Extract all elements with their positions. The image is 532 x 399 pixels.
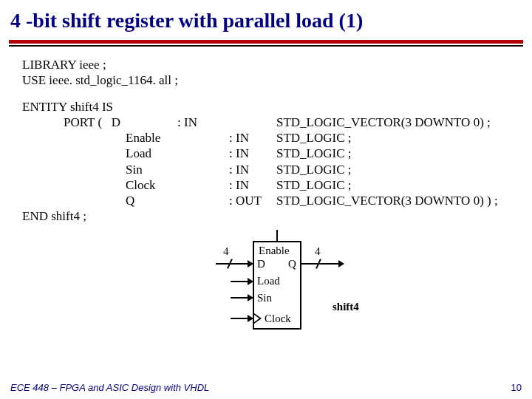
port-name: Sin [126, 162, 177, 177]
port-type: STD_LOGIC_VECTOR(3 DOWNTO 0) ) ; [276, 193, 525, 208]
label-load: Load [257, 274, 280, 288]
port-name: Enable [126, 130, 177, 146]
wire-enable [276, 230, 278, 241]
port-list: PORT ( D : IN STD_LOGIC_VECTOR(3 DOWNTO … [22, 115, 525, 209]
label-width-q: 4 [315, 245, 321, 259]
code-line: END shift4 ; [22, 208, 525, 224]
label-width-d: 4 [223, 245, 229, 259]
label-entity-name: shift4 [332, 300, 359, 314]
label-sin: Sin [257, 291, 272, 305]
port-dir: : IN [229, 130, 276, 146]
slide-body: LIBRARY ieee ; USE ieee. std_logic_1164.… [0, 47, 532, 344]
port-type: STD_LOGIC ; [276, 146, 525, 161]
code-line: USE ieee. std_logic_1164. all ; [22, 72, 525, 88]
port-name: Q [126, 193, 177, 208]
port-name: Load [126, 146, 177, 161]
label-d: D [257, 257, 265, 271]
label-enable: Enable [259, 244, 290, 258]
vhdl-code: LIBRARY ieee ; USE ieee. std_logic_1164.… [22, 57, 525, 225]
port-dir: : IN [229, 177, 276, 193]
port-dir: : OUT [229, 193, 276, 208]
label-clock: Clock [265, 312, 291, 326]
title-rule [9, 40, 523, 47]
footer-page-number: 10 [511, 382, 522, 393]
block-diagram: Enable 4 D 4 Q Load Sin Clock shift4 [22, 233, 532, 344]
port-name: Clock [126, 177, 177, 193]
port-type: STD_LOGIC ; [276, 162, 525, 177]
arrow-d [248, 260, 253, 267]
arrow-clock [248, 315, 253, 322]
port-dir: : IN [177, 115, 229, 130]
port-type: STD_LOGIC ; [276, 130, 525, 146]
slide-title: 4 -bit shift register with parallel load… [0, 0, 532, 40]
arrow-load [248, 278, 253, 285]
code-line: ENTITY shift4 IS [22, 99, 525, 115]
arrow-q [338, 260, 344, 267]
port-dir: : IN [229, 162, 276, 177]
port-open: PORT ( D [64, 115, 126, 130]
port-type: STD_LOGIC ; [276, 177, 525, 193]
port-type: STD_LOGIC_VECTOR(3 DOWNTO 0) ; [276, 115, 525, 130]
clock-edge-icon [254, 313, 262, 324]
wire-q [301, 263, 340, 265]
footer-course: ECE 448 – FPGA and ASIC Design with VHDL [10, 382, 209, 393]
port-dir: : IN [229, 146, 276, 161]
code-line: LIBRARY ieee ; [22, 57, 525, 72]
arrow-sin [248, 294, 253, 301]
label-q: Q [288, 257, 296, 271]
slide-footer: ECE 448 – FPGA and ASIC Design with VHDL… [10, 382, 522, 393]
